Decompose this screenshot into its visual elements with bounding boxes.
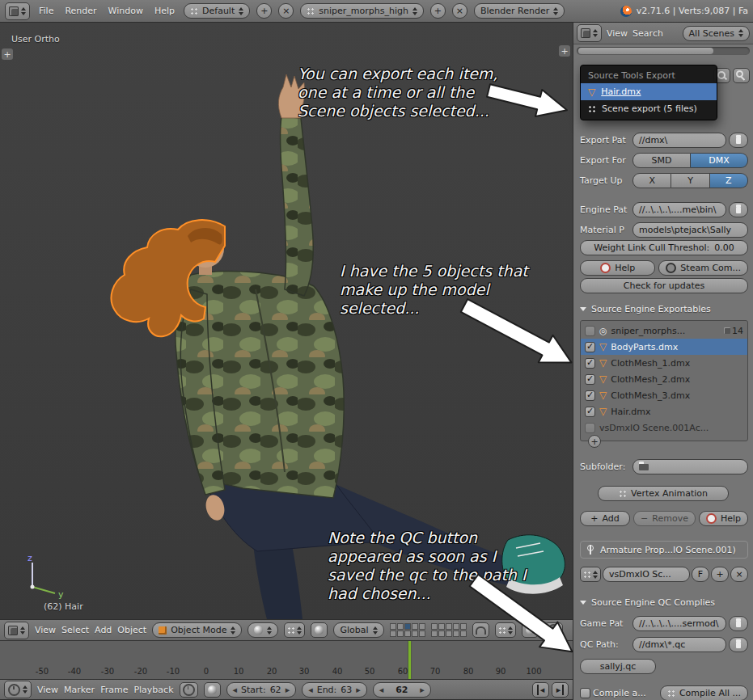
- lock-time-button[interactable]: [204, 682, 221, 698]
- list-item[interactable]: ClothMesh_3.dmx: [581, 387, 747, 403]
- qc-file-button[interactable]: sallyj.qc: [580, 659, 656, 674]
- screen-layout-selector[interactable]: Default: [184, 3, 250, 19]
- editor-timeline-selector[interactable]: [4, 681, 32, 698]
- mode-selector[interactable]: Object Mode: [152, 622, 242, 638]
- format-dmx-button[interactable]: DMX: [691, 153, 748, 168]
- menu-search[interactable]: Search: [632, 28, 663, 39]
- axis-y-button[interactable]: Y: [671, 173, 709, 188]
- layers-group-2[interactable]: [431, 623, 467, 637]
- format-smd-button[interactable]: SMD: [632, 153, 691, 168]
- 3d-viewport[interactable]: User Ortho: [0, 23, 573, 619]
- add-exportable-icon[interactable]: [588, 435, 601, 448]
- stepper-right-icon[interactable]: [356, 685, 361, 695]
- stepper-right-icon[interactable]: [420, 685, 425, 695]
- compile-all-checkbox[interactable]: [580, 688, 590, 698]
- compile-all-button[interactable]: Compile All ...: [660, 685, 748, 700]
- jump-to-start-button[interactable]: [532, 682, 549, 698]
- qc-section-header[interactable]: Source Engine QC Complies: [580, 596, 715, 609]
- subfolder-field[interactable]: [632, 459, 748, 474]
- frame-end-stepper[interactable]: End: 63: [302, 682, 367, 698]
- menu-add[interactable]: Add: [95, 625, 112, 635]
- game-path-browse-button[interactable]: [729, 616, 748, 631]
- axis-x-button[interactable]: X: [632, 173, 671, 188]
- checkbox[interactable]: [585, 326, 595, 336]
- checkbox[interactable]: [585, 423, 595, 433]
- snap-element-selector[interactable]: [495, 622, 516, 638]
- menu-render[interactable]: Render: [62, 6, 99, 16]
- transform-orientation-selector[interactable]: Global: [333, 622, 383, 638]
- scene-selector[interactable]: sniper_morphs_high: [300, 3, 424, 19]
- snap-toggle-button[interactable]: [472, 622, 489, 638]
- render-opengl-button[interactable]: [522, 622, 539, 638]
- export-path-browse-button[interactable]: [729, 133, 748, 148]
- list-item[interactable]: sniper_morphs... 14: [581, 323, 747, 339]
- frame-start-stepper[interactable]: Start: 62: [226, 682, 297, 698]
- layers-group-1[interactable]: [390, 623, 425, 637]
- list-item[interactable]: ClothMesh_2.dmx: [581, 371, 747, 387]
- render-engine-selector[interactable]: Blender Render: [474, 3, 565, 19]
- menu-select[interactable]: Select: [61, 625, 89, 635]
- menu-object[interactable]: Object: [117, 625, 146, 635]
- weight-link-slider[interactable]: Weight Link Cull Threshol:0.00: [580, 240, 748, 255]
- menu-playback[interactable]: Playback: [133, 685, 173, 695]
- add-scene-button[interactable]: [430, 3, 446, 19]
- preview-range-button[interactable]: [180, 682, 198, 698]
- stepper-left-icon[interactable]: [379, 685, 384, 695]
- action-browse-button[interactable]: [580, 567, 601, 582]
- close-scene-button[interactable]: [452, 3, 467, 19]
- menu-frame[interactable]: Frame: [100, 685, 128, 695]
- editor-3dview-selector[interactable]: [4, 622, 29, 639]
- add-button[interactable]: Add: [580, 511, 630, 526]
- manipulator-translate-button[interactable]: [311, 622, 328, 638]
- menu-file[interactable]: File: [36, 6, 56, 16]
- remove-button[interactable]: Remove: [633, 511, 696, 526]
- menu-marker[interactable]: Marker: [64, 685, 95, 695]
- engine-path-browse-button[interactable]: [729, 202, 748, 217]
- menu-view[interactable]: View: [37, 685, 58, 695]
- list-item[interactable]: Hair.dmx: [581, 403, 747, 420]
- qc-path-browse-button[interactable]: [729, 637, 748, 652]
- viewport-shading-selector[interactable]: [247, 622, 278, 638]
- vertex-animation-button[interactable]: Vertex Animation: [598, 486, 729, 501]
- pivot-selector[interactable]: [284, 622, 305, 638]
- checkbox[interactable]: [585, 390, 595, 401]
- timeline-ruler[interactable]: -50 -40 -30 -20 -10 0 10 20 30 40 50 60 …: [0, 640, 573, 680]
- jump-to-end-button[interactable]: [552, 682, 569, 698]
- export-path-field[interactable]: //dmx\: [632, 133, 726, 148]
- window-type-selector[interactable]: [5, 2, 30, 20]
- action-name-field[interactable]: vsDmxIO Sc...: [603, 567, 690, 582]
- editor-properties-selector[interactable]: [577, 24, 602, 42]
- qc-path-field[interactable]: //dmx\*.qc: [632, 637, 726, 652]
- stepper-left-icon[interactable]: [308, 685, 313, 695]
- sidebar-expand-icon[interactable]: [559, 45, 570, 57]
- fake-user-button[interactable]: F: [692, 567, 709, 582]
- menu-item-hair-dmx[interactable]: Hair.dmx: [581, 83, 717, 100]
- checkbox[interactable]: [585, 374, 595, 385]
- current-frame-marker[interactable]: [408, 641, 411, 680]
- armature-properties-header[interactable]: Armature Prop...IO Scene.001): [580, 541, 748, 559]
- menu-view[interactable]: View: [35, 625, 56, 635]
- list-item[interactable]: ClothMesh_1.dmx: [581, 355, 747, 371]
- stepper-left-icon[interactable]: [233, 685, 238, 695]
- menu-help[interactable]: Help: [152, 6, 177, 16]
- close-layout-button[interactable]: [278, 3, 294, 19]
- panel-horizontal-scrollbar[interactable]: [577, 47, 750, 55]
- add-layout-button[interactable]: [256, 3, 272, 19]
- steam-community-button[interactable]: Steam Com...: [658, 260, 748, 276]
- scenes-filter-button[interactable]: All Scenes: [683, 26, 750, 41]
- new-action-button[interactable]: [711, 567, 729, 582]
- list-item[interactable]: vsDmxIO Scene.001Ac...: [581, 420, 747, 436]
- tools-button[interactable]: [733, 68, 750, 83]
- list-item[interactable]: BodyParts.dmx: [581, 339, 747, 355]
- engine-path-field[interactable]: //..\..\..\....me\bin\: [632, 202, 726, 217]
- check-updates-button[interactable]: Check for updates: [580, 278, 748, 293]
- game-path-field[interactable]: //..\..\..\....sermod\: [632, 616, 726, 631]
- exportables-section-header[interactable]: Source Engine Exportables: [580, 302, 711, 315]
- menu-item-scene-export[interactable]: Scene export (5 files): [581, 100, 717, 117]
- help-button-2[interactable]: Help: [699, 511, 748, 526]
- current-frame-stepper[interactable]: 62: [373, 682, 431, 698]
- menu-window[interactable]: Window: [106, 6, 146, 16]
- checkbox[interactable]: [585, 342, 595, 352]
- menu-view[interactable]: View: [607, 28, 628, 39]
- checkbox[interactable]: [585, 358, 595, 369]
